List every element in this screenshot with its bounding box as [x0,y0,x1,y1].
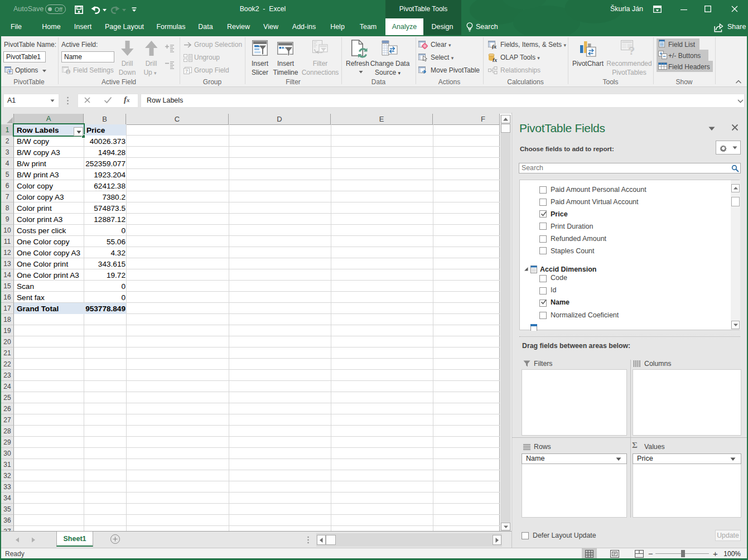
svg-text:fx: fx [492,44,496,49]
svg-text:fx: fx [493,57,497,62]
svg-text:?: ? [628,45,635,56]
svg-text:7: 7 [185,69,188,74]
